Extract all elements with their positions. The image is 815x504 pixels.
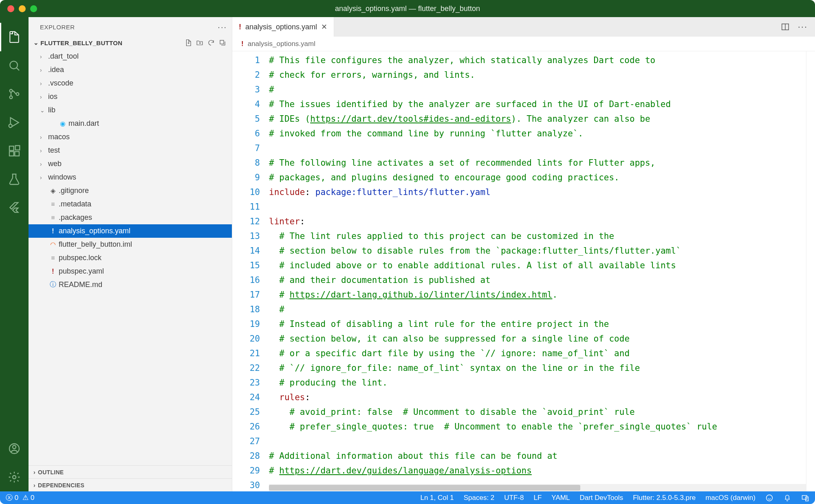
file-.packages[interactable]: ≡.packages bbox=[29, 211, 232, 224]
split-editor-icon[interactable] bbox=[781, 22, 790, 31]
tree-item-label: macos bbox=[48, 133, 70, 141]
chevron-right-icon: › bbox=[40, 134, 48, 140]
yaml-icon: ! bbox=[239, 23, 241, 31]
chevron-down-icon: ⌄ bbox=[33, 39, 39, 46]
cursor-position[interactable]: Ln 1, Col 1 bbox=[420, 494, 454, 502]
window-controls bbox=[0, 5, 37, 12]
folder-windows[interactable]: ›windows bbox=[29, 171, 232, 184]
tab-analysis-options[interactable]: ! analysis_options.yaml ✕ bbox=[232, 17, 334, 37]
code-content[interactable]: # This file configures the analyzer, whi… bbox=[269, 51, 806, 491]
close-window-button[interactable] bbox=[7, 5, 14, 12]
activity-bar bbox=[0, 17, 29, 491]
svg-rect-5 bbox=[9, 146, 14, 151]
file-.metadata[interactable]: ≡.metadata bbox=[29, 197, 232, 211]
svg-point-11 bbox=[13, 476, 16, 479]
chevron-right-icon: › bbox=[40, 94, 48, 100]
tree-item-label: ios bbox=[48, 92, 57, 101]
svg-rect-15 bbox=[802, 495, 807, 499]
outline-label: OUTLINE bbox=[38, 469, 64, 476]
folder-test[interactable]: ›test bbox=[29, 144, 232, 157]
tree-item-label: .idea bbox=[48, 66, 64, 74]
language-mode[interactable]: YAML bbox=[551, 494, 570, 502]
sidebar-header: EXPLORER ··· bbox=[29, 17, 232, 37]
chevron-right-icon: › bbox=[40, 147, 48, 154]
flutter-version[interactable]: Flutter: 2.5.0-5.3.pre bbox=[633, 494, 696, 502]
folder-macos[interactable]: ›macos bbox=[29, 130, 232, 144]
tree-item-label: windows bbox=[48, 173, 76, 182]
file-flutter_belly_button.iml[interactable]: ◠flutter_belly_button.iml bbox=[29, 238, 232, 251]
sidebar-more-icon[interactable]: ··· bbox=[218, 22, 227, 32]
flutter-icon[interactable] bbox=[0, 194, 29, 222]
file-.gitignore[interactable]: ◈.gitignore bbox=[29, 184, 232, 197]
feedback-icon[interactable] bbox=[765, 494, 773, 502]
editor-more-icon[interactable]: ··· bbox=[798, 22, 808, 32]
chevron-right-icon: › bbox=[40, 53, 48, 60]
tree-item-label: .packages bbox=[59, 213, 92, 222]
eol[interactable]: LF bbox=[534, 494, 542, 502]
svg-rect-6 bbox=[9, 151, 14, 156]
folder-.idea[interactable]: ›.idea bbox=[29, 63, 232, 77]
new-folder-icon[interactable] bbox=[196, 39, 203, 46]
tree-item-label: .dart_tool bbox=[48, 52, 79, 61]
editor-body[interactable]: 1234567891011121314151617181920212223242… bbox=[232, 51, 815, 491]
testing-icon[interactable] bbox=[0, 165, 29, 194]
close-tab-icon[interactable]: ✕ bbox=[321, 22, 327, 31]
dependencies-section[interactable]: › DEPENDENCIES bbox=[29, 478, 232, 491]
breadcrumbs[interactable]: ! analysis_options.yaml bbox=[232, 37, 815, 51]
notifications-icon[interactable] bbox=[783, 494, 791, 502]
svg-point-0 bbox=[10, 61, 18, 69]
errors-count[interactable]: ⓧ 0 bbox=[6, 493, 18, 502]
scrollbar-thumb[interactable] bbox=[269, 485, 580, 491]
folder-.dart_tool[interactable]: ›.dart_tool bbox=[29, 50, 232, 63]
svg-point-2 bbox=[10, 96, 13, 99]
new-file-icon[interactable] bbox=[185, 39, 192, 46]
tree-item-label: pubspec.yaml bbox=[59, 267, 104, 276]
dart-devtools[interactable]: Dart DevTools bbox=[579, 494, 623, 502]
titlebar: analysis_options.yaml — flutter_belly_bu… bbox=[0, 0, 815, 17]
tree-item-label: flutter_belly_button.iml bbox=[59, 240, 132, 249]
accounts-icon[interactable] bbox=[0, 434, 29, 463]
extensions-icon[interactable] bbox=[0, 137, 29, 165]
svg-rect-8 bbox=[15, 146, 20, 150]
chevron-right-icon: › bbox=[33, 469, 35, 476]
svg-point-3 bbox=[16, 93, 19, 96]
svg-point-14 bbox=[767, 495, 773, 501]
outline-section[interactable]: › OUTLINE bbox=[29, 465, 232, 478]
horizontal-scrollbar[interactable] bbox=[269, 484, 806, 491]
settings-gear-icon[interactable] bbox=[0, 463, 29, 491]
collapse-all-icon[interactable] bbox=[219, 39, 226, 46]
tree-item-label: .metadata bbox=[59, 200, 91, 208]
platform[interactable]: macOS (darwin) bbox=[705, 494, 756, 502]
folder-lib[interactable]: ⌄lib bbox=[29, 103, 232, 117]
file-pubspec.lock[interactable]: ≡pubspec.lock bbox=[29, 251, 232, 265]
folder-ios[interactable]: ›ios bbox=[29, 90, 232, 103]
refresh-icon[interactable] bbox=[207, 39, 215, 46]
chevron-right-icon: › bbox=[40, 67, 48, 73]
run-debug-icon[interactable] bbox=[0, 108, 29, 137]
minimap[interactable] bbox=[806, 51, 815, 491]
svg-point-1 bbox=[10, 90, 13, 92]
source-control-icon[interactable] bbox=[0, 80, 29, 108]
chevron-right-icon: › bbox=[40, 80, 48, 87]
folder-.vscode[interactable]: ›.vscode bbox=[29, 77, 232, 90]
sidebar-title: EXPLORER bbox=[40, 24, 75, 31]
minimize-window-button[interactable] bbox=[19, 5, 26, 12]
zoom-window-button[interactable] bbox=[30, 5, 37, 12]
search-icon[interactable] bbox=[0, 51, 29, 80]
file-README.md[interactable]: ⓘREADME.md bbox=[29, 278, 232, 291]
warnings-count[interactable]: ⚠ 0 bbox=[22, 493, 34, 502]
tree-item-label: web bbox=[48, 160, 62, 168]
indent-setting[interactable]: Spaces: 2 bbox=[464, 494, 495, 502]
file-main.dart[interactable]: ◉main.dart bbox=[29, 117, 232, 130]
folder-web[interactable]: ›web bbox=[29, 157, 232, 171]
file-pubspec.yaml[interactable]: !pubspec.yaml bbox=[29, 265, 232, 278]
encoding[interactable]: UTF-8 bbox=[504, 494, 524, 502]
device-icon[interactable] bbox=[801, 494, 809, 502]
tabs-row: ! analysis_options.yaml ✕ ··· bbox=[232, 17, 815, 37]
tree-item-label: test bbox=[48, 146, 60, 155]
explorer-icon[interactable] bbox=[0, 23, 29, 51]
tree-item-label: .vscode bbox=[48, 79, 73, 88]
chevron-right-icon: › bbox=[40, 174, 48, 181]
project-header[interactable]: ⌄ FLUTTER_BELLY_BUTTON bbox=[29, 37, 232, 49]
file-analysis_options.yaml[interactable]: !analysis_options.yaml bbox=[29, 224, 232, 238]
